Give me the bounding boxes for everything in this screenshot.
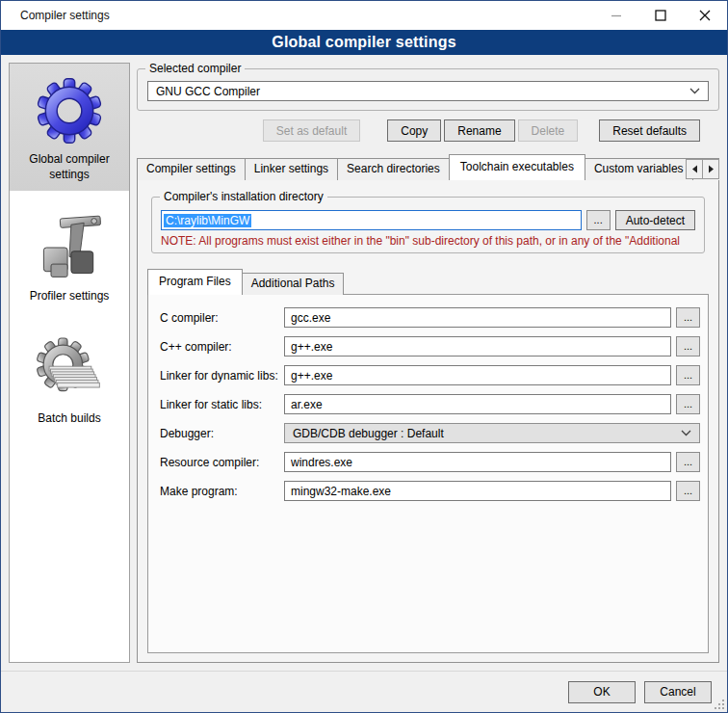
- titlebar: Compiler settings: [1, 1, 727, 30]
- static-linker-browse-button[interactable]: ...: [676, 394, 700, 414]
- arrow-right-icon: [708, 165, 715, 173]
- form-row: Linker for static libs: ...: [156, 394, 700, 414]
- gray-gear-stack-icon: [33, 333, 106, 407]
- blue-gear-icon: [33, 74, 106, 147]
- dialog-body: Global compiler settings Profiler setti: [1, 55, 727, 671]
- set-as-default-button: Set as default: [263, 119, 360, 142]
- maximize-button[interactable]: [638, 1, 683, 30]
- static-linker-input[interactable]: [284, 394, 671, 414]
- close-icon: [699, 10, 711, 21]
- copy-button[interactable]: Copy: [387, 119, 441, 142]
- dynamic-linker-browse-button[interactable]: ...: [676, 365, 700, 385]
- tab-custom-variables[interactable]: Custom variables: [585, 158, 693, 180]
- dynamic-linker-label: Linker for dynamic libs:: [156, 369, 284, 383]
- chevron-down-icon: [689, 88, 700, 94]
- resource-compiler-input[interactable]: [284, 452, 671, 472]
- dynamic-linker-input[interactable]: [284, 365, 671, 385]
- page-title: Global compiler settings: [1, 30, 727, 55]
- form-row: Make program: ...: [156, 481, 700, 501]
- sidebar-item-label: Global compiler settings: [13, 152, 126, 182]
- ok-button[interactable]: OK: [568, 681, 636, 703]
- make-program-input[interactable]: [284, 481, 671, 501]
- form-row: Debugger: GDB/CDB debugger : Default: [156, 423, 700, 443]
- compiler-select[interactable]: GNU GCC Compiler: [147, 81, 709, 101]
- tab-search-directories[interactable]: Search directories: [337, 158, 450, 180]
- resize-grip[interactable]: [713, 698, 725, 710]
- static-linker-label: Linker for static libs:: [156, 398, 284, 411]
- installation-directory-group: Compiler's installation directory C:\ray…: [151, 197, 705, 253]
- tab-scroll-left-button[interactable]: [686, 159, 703, 179]
- reset-defaults-button[interactable]: Reset defaults: [599, 119, 700, 142]
- make-program-label: Make program:: [156, 485, 284, 498]
- form-row: Resource compiler: ...: [156, 452, 700, 472]
- compiler-actions: Set as default Copy Rename Delete Reset …: [137, 119, 719, 142]
- tab-program-files[interactable]: Program Files: [147, 269, 243, 295]
- main-panel: Selected compiler GNU GCC Compiler Set a…: [137, 63, 719, 663]
- compiler-select-value: GNU GCC Compiler: [156, 85, 260, 98]
- maximize-icon: [655, 10, 666, 21]
- make-program-browse-button[interactable]: ...: [676, 481, 700, 501]
- resource-compiler-browse-button[interactable]: ...: [676, 452, 700, 472]
- sidebar-item-global-compiler-settings[interactable]: Global compiler settings: [10, 64, 129, 191]
- chevron-down-icon: [681, 430, 691, 436]
- paper-stack: [49, 366, 99, 387]
- dialog-footer: OK Cancel: [1, 671, 727, 712]
- delete-button: Delete: [518, 119, 579, 142]
- cpp-compiler-input[interactable]: [284, 336, 671, 356]
- tab-linker-settings[interactable]: Linker settings: [245, 158, 338, 180]
- c-compiler-browse-button[interactable]: ...: [676, 307, 700, 328]
- bin-subdirectory-note: NOTE: All programs must exist either in …: [161, 234, 695, 248]
- rename-button[interactable]: Rename: [444, 119, 514, 142]
- c-compiler-label: C compiler:: [156, 311, 284, 325]
- minimize-icon: [611, 11, 622, 21]
- selected-compiler-group: Selected compiler GNU GCC Compiler: [137, 68, 719, 111]
- browse-directory-button[interactable]: ...: [586, 210, 611, 230]
- resource-compiler-label: Resource compiler:: [156, 456, 284, 469]
- sidebar-item-label: Profiler settings: [30, 289, 110, 304]
- debugger-select[interactable]: GDB/CDB debugger : Default: [284, 423, 700, 443]
- selected-text: C:\raylib\MinGW: [164, 214, 251, 227]
- program-tabs: Program Files Additional Paths: [147, 269, 709, 295]
- cpp-compiler-browse-button[interactable]: ...: [676, 336, 700, 356]
- debugger-label: Debugger:: [156, 427, 284, 440]
- sidebar-item-profiler-settings[interactable]: Profiler settings: [10, 200, 129, 313]
- program-files-page: C compiler: ... C++ compiler: ...: [147, 294, 709, 653]
- cancel-button[interactable]: Cancel: [644, 681, 712, 703]
- group-label: Selected compiler: [145, 62, 245, 75]
- tab-scroll-buttons: [687, 159, 719, 179]
- tab-additional-paths[interactable]: Additional Paths: [242, 273, 345, 295]
- cpp-compiler-label: C++ compiler:: [156, 340, 284, 354]
- settings-tabs: Compiler settings Linker settings Search…: [137, 154, 719, 180]
- form-row: C++ compiler: ...: [156, 336, 700, 356]
- installation-directory-input[interactable]: C:\raylib\MinGW: [161, 210, 582, 230]
- sidebar-item-batch-builds[interactable]: Batch builds: [10, 323, 129, 436]
- close-button[interactable]: [683, 1, 727, 30]
- tab-toolchain-executables[interactable]: Toolchain executables: [449, 154, 585, 180]
- form-row: C compiler: ...: [156, 307, 700, 328]
- tab-compiler-settings[interactable]: Compiler settings: [137, 158, 246, 180]
- form-row: Linker for dynamic libs: ...: [156, 365, 700, 385]
- settings-category-list: Global compiler settings Profiler setti: [9, 63, 130, 663]
- c-compiler-input[interactable]: [284, 307, 671, 328]
- debugger-select-value: GDB/CDB debugger : Default: [293, 427, 444, 440]
- compiler-settings-dialog: Compiler settings Global compiler settin…: [0, 0, 728, 713]
- toolchain-executables-page: Compiler's installation directory C:\ray…: [137, 179, 719, 663]
- auto-detect-button[interactable]: Auto-detect: [615, 210, 695, 230]
- minimize-button: [594, 1, 638, 30]
- profiler-caliper-icon: [33, 211, 106, 284]
- arrow-left-icon: [691, 165, 698, 173]
- window-title: Compiler settings: [1, 9, 594, 22]
- tab-scroll-right-button[interactable]: [702, 159, 719, 179]
- group-label: Compiler's installation directory: [160, 190, 327, 203]
- sidebar-item-label: Batch builds: [38, 411, 100, 427]
